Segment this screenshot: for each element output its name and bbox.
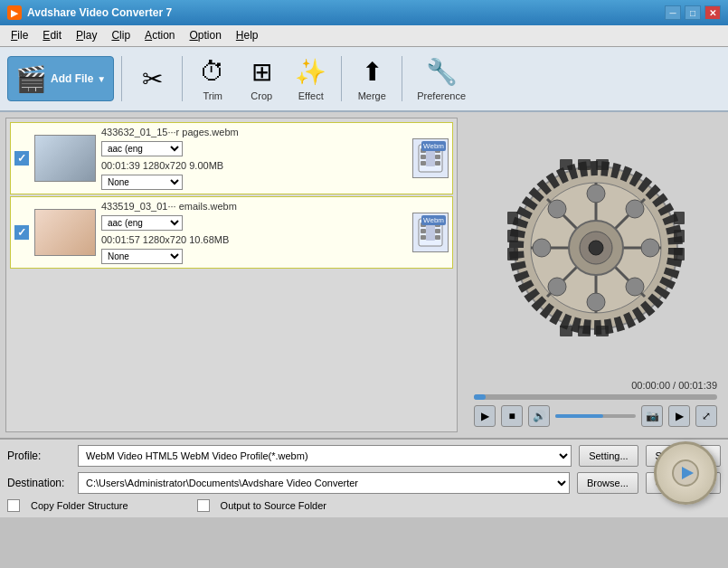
menu-bar: File Edit Play Clip Action Option Help: [0, 25, 728, 47]
volume-fill: [555, 414, 603, 418]
svg-point-26: [587, 185, 605, 203]
trim-button[interactable]: ⏱ Trim: [190, 50, 235, 108]
more-icon: ▶: [676, 410, 684, 422]
svg-point-27: [587, 293, 605, 311]
title-bar: ▶ Avdshare Video Converter 7 ─ □ ✕: [0, 0, 728, 25]
add-file-button[interactable]: 🎬 Add File ▼: [7, 56, 114, 101]
format-badge-1: Webm: [421, 141, 446, 151]
format-badge-2: Webm: [421, 215, 446, 225]
volume-icon: 🔊: [533, 410, 546, 422]
thumbnail-image-2: [35, 210, 95, 255]
preference-label: Preference: [417, 90, 466, 101]
svg-rect-42: [596, 159, 609, 170]
maximize-button[interactable]: □: [685, 5, 701, 20]
menu-action[interactable]: Action: [137, 27, 182, 45]
bottom-area: Profile: WebM Video HTML5 WebM Video Pro…: [0, 438, 728, 517]
svg-rect-2: [421, 155, 426, 159]
toolbar-sep-2: [182, 56, 183, 101]
audio-select-1[interactable]: aac (eng: [101, 141, 183, 156]
profile-select[interactable]: WebM Video HTML5 WebM Video Profile(*.we…: [78, 445, 572, 467]
crop-icon: ⊞: [251, 57, 272, 87]
film-reel-graphic: [506, 157, 686, 338]
setting-button[interactable]: Setting...: [579, 445, 638, 467]
output-to-source-label: Output to Source Folder: [221, 500, 326, 511]
progress-fill: [474, 394, 486, 400]
convert-play-icon: [672, 459, 699, 487]
file-meta-1: 00:01:39 1280x720 9.00MB: [101, 160, 407, 171]
svg-rect-37: [674, 230, 685, 242]
menu-file[interactable]: File: [4, 27, 35, 45]
fullscreen-icon: ⤢: [702, 410, 711, 422]
svg-rect-15: [426, 224, 435, 241]
svg-rect-3: [421, 161, 426, 166]
effect-icon: ✨: [295, 57, 326, 87]
file-item-2[interactable]: ✓ 433519_03_01··· emails.webm aac (eng 0…: [10, 196, 453, 269]
crop-label: Crop: [251, 90, 272, 101]
minimize-button[interactable]: ─: [665, 5, 681, 20]
audio-select-2[interactable]: aac (eng: [101, 215, 183, 231]
menu-play[interactable]: Play: [69, 27, 104, 45]
svg-point-32: [626, 200, 644, 218]
preview-area: 00:00:00 / 00:01:39 ▶ ■ 🔊 📷: [463, 112, 728, 438]
app-icon: ▶: [7, 5, 22, 20]
file-format-icon-2: Webm: [412, 213, 449, 252]
merge-button[interactable]: ⬆ Merge: [349, 50, 394, 108]
trim-label: Trim: [203, 90, 222, 101]
toolbar-sep-4: [402, 56, 402, 101]
file-info-2: 433519_03_01··· emails.webm aac (eng 00:…: [101, 201, 407, 264]
svg-rect-11: [421, 235, 426, 240]
progress-bar[interactable]: [474, 394, 717, 400]
svg-point-28: [533, 239, 551, 257]
preference-icon: 🔧: [426, 57, 458, 87]
destination-label: Destination:: [7, 477, 71, 489]
menu-option[interactable]: Option: [182, 27, 228, 45]
copy-folder-label: Copy Folder Structure: [31, 500, 128, 511]
convert-play-button[interactable]: [654, 441, 717, 505]
file-meta-2: 00:01:57 1280x720 10.68MB: [101, 234, 407, 245]
file-format-icon-1: Webm: [412, 138, 449, 178]
volume-button[interactable]: 🔊: [528, 405, 550, 427]
thumbnail-image-1: [35, 136, 95, 181]
merge-label: Merge: [358, 90, 386, 101]
subtitle-select-2[interactable]: None: [101, 249, 183, 264]
destination-select[interactable]: C:\Users\Administrator\Documents\Avdshar…: [78, 472, 570, 494]
svg-rect-36: [507, 248, 518, 260]
player-controls: 00:00:00 / 00:01:39 ▶ ■ 🔊 📷: [470, 376, 721, 431]
svg-rect-10: [421, 229, 426, 233]
file-checkbox-2[interactable]: ✓: [14, 225, 29, 240]
snapshot-icon: 📷: [646, 410, 659, 422]
output-to-source-checkbox[interactable]: [197, 499, 210, 512]
play-button[interactable]: ▶: [474, 405, 496, 427]
svg-rect-38: [674, 212, 685, 224]
volume-slider[interactable]: [555, 414, 636, 418]
stop-button[interactable]: ■: [501, 405, 523, 427]
svg-rect-39: [674, 248, 685, 260]
file-info-1: 433632_01_15···r pages.webm aac (eng 00:…: [101, 127, 407, 190]
filename-1: 433632_01_15···r pages.webm: [101, 127, 264, 137]
add-file-label: Add File: [51, 72, 93, 85]
menu-clip[interactable]: Clip: [104, 27, 137, 45]
svg-rect-43: [578, 326, 591, 336]
fullscreen-button[interactable]: ⤢: [695, 405, 717, 427]
menu-edit[interactable]: Edit: [35, 27, 69, 45]
preference-button[interactable]: 🔧 Preference: [410, 50, 473, 108]
copy-folder-checkbox[interactable]: [7, 499, 20, 512]
file-list[interactable]: ✓ 433632_01_15···r pages.webm aac (eng 0…: [5, 118, 458, 432]
effect-button[interactable]: ✨ Effect: [288, 50, 334, 108]
svg-rect-34: [507, 230, 518, 242]
toolbar-sep-1: [121, 56, 122, 101]
svg-rect-35: [507, 212, 518, 224]
file-item-1[interactable]: ✓ 433632_01_15···r pages.webm aac (eng 0…: [10, 122, 453, 194]
cut-button[interactable]: ✂: [129, 50, 175, 108]
snapshot-button[interactable]: 📷: [641, 405, 663, 427]
file-checkbox-1[interactable]: ✓: [14, 151, 29, 166]
menu-help[interactable]: Help: [229, 27, 266, 45]
browse-button[interactable]: Browse...: [577, 472, 638, 494]
more-button[interactable]: ▶: [668, 405, 690, 427]
crop-button[interactable]: ⊞ Crop: [239, 50, 284, 108]
subtitle-select-1[interactable]: None: [101, 175, 183, 190]
svg-rect-45: [596, 326, 609, 336]
toolbar-sep-3: [341, 56, 342, 101]
close-button[interactable]: ✕: [704, 5, 721, 20]
file-controls-1: aac (eng: [101, 141, 407, 156]
